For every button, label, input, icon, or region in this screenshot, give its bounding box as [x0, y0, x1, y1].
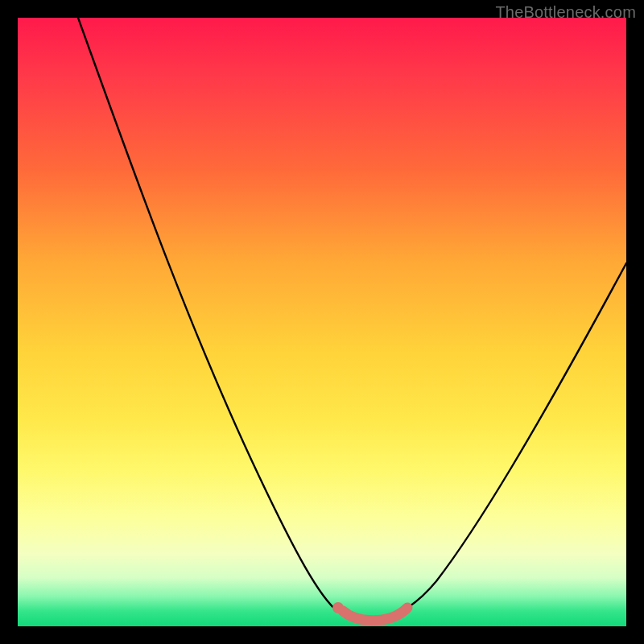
bottleneck-curve: [78, 18, 626, 619]
optimal-band-markers: [332, 602, 407, 621]
plot-area: [18, 18, 626, 626]
chart-frame: TheBottleneck.com: [0, 0, 644, 644]
watermark-text: TheBottleneck.com: [495, 3, 636, 22]
curve-layer: [18, 18, 626, 626]
